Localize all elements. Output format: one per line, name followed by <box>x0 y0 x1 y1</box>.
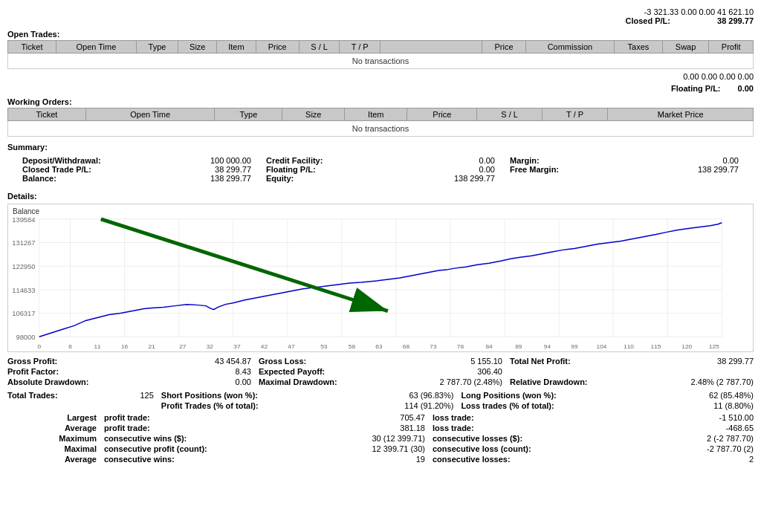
chart-svg: 139584 131267 122950 114633 106317 98000… <box>8 204 753 351</box>
expected-payoff-label: Expected Payoff: <box>259 367 325 376</box>
svg-text:27: 27 <box>179 343 187 350</box>
summary-closed-trade-label: Closed Trade P/L: <box>22 165 96 174</box>
max-wins-label: consecutive wins ($): <box>104 434 187 443</box>
svg-text:21: 21 <box>148 343 155 350</box>
floating-pl-value: 0.00 <box>738 84 754 93</box>
svg-text:47: 47 <box>288 343 295 350</box>
profit-factor-value: 8.43 <box>236 367 251 376</box>
svg-text:106317: 106317 <box>12 311 35 318</box>
wo-col-price: Price <box>407 108 477 121</box>
avg-consec-wins-row: consecutive wins: 19 <box>104 455 425 464</box>
summary-col1: Deposit/Withdrawal: 100 000.00 Closed Tr… <box>22 156 251 183</box>
col-taxes: Taxes <box>615 41 663 53</box>
details-label: Details: <box>7 192 754 201</box>
svg-text:32: 32 <box>207 343 214 350</box>
closed-pl-value: 38 299.77 <box>717 16 754 25</box>
working-orders-label: Working Orders: <box>7 97 754 106</box>
open-trades-table: Ticket Open Time Type Size Item Price S … <box>7 40 754 53</box>
max-losses-value: 2 (-2 787.70) <box>707 434 754 443</box>
svg-text:89: 89 <box>515 343 522 350</box>
avg-profit-label: profit trade: <box>104 424 150 432</box>
short-positions-label: Short Positions (won %): <box>161 391 258 400</box>
col-price2: Price <box>482 41 525 53</box>
col-price: Price <box>256 41 299 53</box>
col-size: Size <box>178 41 217 53</box>
avg-consec-losses-row: consecutive losses: 2 <box>433 455 754 464</box>
summary-margin-row: Margin: 0.00 <box>510 156 739 165</box>
svg-text:131267: 131267 <box>12 240 35 247</box>
max-wins-row: consecutive wins ($): 30 (12 399.71) <box>104 434 425 443</box>
col-spacer <box>380 41 482 53</box>
svg-text:53: 53 <box>320 343 328 350</box>
trades-stats: Total Trades: 125 Short Positions (won %… <box>7 391 754 410</box>
maximum-label: Maximum <box>7 434 97 443</box>
svg-text:139584: 139584 <box>12 216 35 224</box>
rel-drawdown-label: Relative Drawdown: <box>510 377 588 386</box>
total-trades-row: Total Trades: 125 <box>7 391 154 400</box>
profit-trades-value: 114 (91.20%) <box>404 401 453 410</box>
gross-loss-value: 5 155.10 <box>470 357 502 366</box>
largest-loss-value: -1 510.00 <box>719 413 754 422</box>
largest-profit-label: profit trade: <box>104 413 150 422</box>
summary-free-margin-label: Free Margin: <box>510 165 563 174</box>
svg-text:99: 99 <box>571 343 578 350</box>
summary-col2: Credit Facility: 0.00 Floating P/L: 0.00… <box>266 156 495 183</box>
rel-drawdown-value: 2.48% (2 787.70) <box>691 377 754 386</box>
avg-loss-row: loss trade: -468.65 <box>433 424 754 432</box>
summary-closed-trade-row: Closed Trade P/L: 38 299.77 <box>22 165 251 174</box>
maximal-label: Maximal <box>7 444 97 453</box>
profit-factor-label: Profit Factor: <box>7 367 59 376</box>
summary-deposit-row: Deposit/Withdrawal: 100 000.00 <box>22 156 251 165</box>
largest-label: Largest <box>7 413 97 422</box>
summary-col3: Margin: 0.00 Free Margin: 138 299.77 <box>510 156 739 183</box>
svg-text:73: 73 <box>430 343 437 350</box>
rel-drawdown-row: Relative Drawdown: 2.48% (2 787.70) <box>510 377 754 386</box>
max-drawdown-value: 2 787.70 (2.48%) <box>440 377 502 386</box>
svg-text:78: 78 <box>457 343 464 350</box>
loss-trades-row: Loss trades (% of total): 11 (8.80%) <box>461 401 754 410</box>
chart-y-label: Balance <box>13 207 39 215</box>
closed-pl-label: Closed P/L: <box>625 16 670 25</box>
avg-consec-label: Average <box>7 455 97 464</box>
svg-text:37: 37 <box>233 343 241 350</box>
maximal-loss-value: -2 787.70 (2) <box>707 444 754 453</box>
summary-floating-row: Floating P/L: 0.00 <box>266 165 495 174</box>
summary-closed-trade-value: 38 299.77 <box>215 165 251 174</box>
svg-text:110: 110 <box>624 343 634 350</box>
trades-empty <box>7 401 154 410</box>
working-orders-table: Ticket Open Time Type Size Item Price S … <box>7 108 754 121</box>
avg-profit-row: profit trade: 381.18 <box>104 424 425 432</box>
summary-free-margin-value: 138 299.77 <box>698 165 739 174</box>
col-sl: S / L <box>299 41 339 53</box>
largest-profit-row: profit trade: 705.47 <box>104 413 425 422</box>
avg-consec-wins-label: consecutive wins: <box>104 455 175 464</box>
max-wins-value: 30 (12 399.71) <box>372 434 425 443</box>
long-positions-label: Long Positions (won %): <box>461 391 556 400</box>
summary-equity-label: Equity: <box>266 174 298 183</box>
expected-payoff-row: Expected Payoff: 306.40 <box>259 367 502 376</box>
loss-trades-label: Loss trades (% of total): <box>461 401 554 410</box>
max-losses-label: consecutive losses ($): <box>433 434 522 443</box>
abs-drawdown-value: 0.00 <box>236 377 251 386</box>
summary-balance-row: Balance: 138 299.77 <box>22 174 251 183</box>
total-trades-value: 125 <box>140 391 153 400</box>
average-label: Average <box>7 424 97 432</box>
maximal-loss-label: consecutive loss (count): <box>433 444 531 453</box>
summary-label: Summary: <box>7 143 754 152</box>
gross-loss-row: Gross Loss: 5 155.10 <box>259 357 502 366</box>
floating-pl-label: Floating P/L: <box>671 84 721 93</box>
profit-trades-row: Profit Trades (% of total): 114 (91.20%) <box>161 401 454 410</box>
svg-text:58: 58 <box>349 343 356 350</box>
svg-text:68: 68 <box>403 343 410 350</box>
abs-drawdown-label: Absolute Drawdown: <box>7 377 88 386</box>
maximal-profit-row: consecutive profit (count): 12 399.71 (3… <box>104 444 425 453</box>
expected-payoff-value: 306.40 <box>477 367 502 376</box>
col-profit: Profit <box>709 41 754 53</box>
svg-text:11: 11 <box>94 343 101 350</box>
total-trades-label: Total Trades: <box>7 391 58 400</box>
svg-text:115: 115 <box>651 343 661 350</box>
col-type: Type <box>136 41 178 53</box>
col-open-time: Open Time <box>56 41 137 53</box>
summary-margin-value: 0.00 <box>723 156 739 165</box>
summary-credit-value: 0.00 <box>479 156 495 165</box>
